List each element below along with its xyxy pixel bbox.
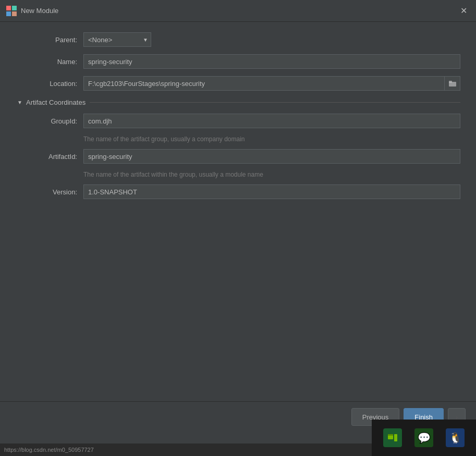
taskbar-qq-icon[interactable]: 🐧 — [446, 428, 465, 447]
dialog-content: Parent: <None> ▼ Name: Location: — [0, 22, 476, 401]
taskbar-wechat-icon[interactable]: 💬 — [414, 428, 433, 447]
parent-label: Parent: — [16, 36, 83, 44]
browse-button[interactable] — [445, 76, 460, 91]
section-toggle-icon[interactable]: ▼ — [16, 98, 24, 106]
new-module-dialog: New Module ✕ Parent: <None> ▼ Name: Loca… — [0, 0, 476, 456]
url-bar: https://blog.csdn.net/m0_50957727 — [0, 443, 372, 456]
artifactid-input[interactable] — [83, 149, 460, 164]
parent-select-wrapper: <None> ▼ — [83, 32, 151, 47]
parent-select[interactable]: <None> — [83, 32, 151, 47]
svg-rect-8 — [388, 434, 393, 436]
groupid-row: GroupId: — [16, 114, 460, 128]
section-divider — [90, 102, 460, 103]
dialog-footer: Previous Finish › 💬 🐧 h — [0, 401, 476, 456]
svg-rect-7 — [394, 434, 397, 441]
nvidia-icon — [387, 432, 398, 443]
artifactid-hint: The name of the artifact within the grou… — [83, 171, 460, 178]
groupid-hint: The name of the artifact group, usually … — [83, 135, 460, 143]
location-label: Location: — [16, 80, 83, 88]
parent-row: Parent: <None> ▼ — [16, 32, 460, 47]
artifactid-label: ArtifactId: — [16, 153, 83, 161]
location-input[interactable] — [83, 76, 445, 91]
app-icon — [6, 6, 17, 16]
title-bar: New Module ✕ — [0, 0, 476, 22]
groupid-label: GroupId: — [16, 117, 83, 125]
svg-rect-1 — [12, 6, 17, 10]
name-input[interactable] — [83, 54, 460, 69]
groupid-input[interactable] — [83, 114, 460, 128]
version-input[interactable] — [83, 184, 460, 199]
location-field-wrapper — [83, 76, 460, 91]
name-label: Name: — [16, 58, 83, 66]
close-button[interactable]: ✕ — [457, 5, 470, 17]
svg-rect-2 — [6, 11, 11, 16]
location-row: Location: — [16, 76, 460, 91]
version-label: Version: — [16, 188, 83, 196]
svg-rect-5 — [449, 81, 452, 83]
artifactid-row: ArtifactId: — [16, 149, 460, 164]
taskbar-overlay: 💬 🐧 — [372, 420, 476, 456]
url-text: https://blog.csdn.net/m0_50957727 — [4, 447, 94, 453]
folder-icon — [449, 80, 456, 87]
version-row: Version: — [16, 184, 460, 199]
svg-rect-0 — [6, 6, 11, 10]
name-row: Name: — [16, 54, 460, 69]
section-title: Artifact Coordinates — [26, 98, 86, 106]
artifact-section-header: ▼ Artifact Coordinates — [16, 98, 460, 106]
taskbar-nvidia-icon[interactable] — [383, 428, 402, 447]
dialog-title: New Module — [21, 7, 457, 15]
svg-rect-6 — [388, 435, 393, 439]
svg-rect-3 — [12, 11, 17, 16]
